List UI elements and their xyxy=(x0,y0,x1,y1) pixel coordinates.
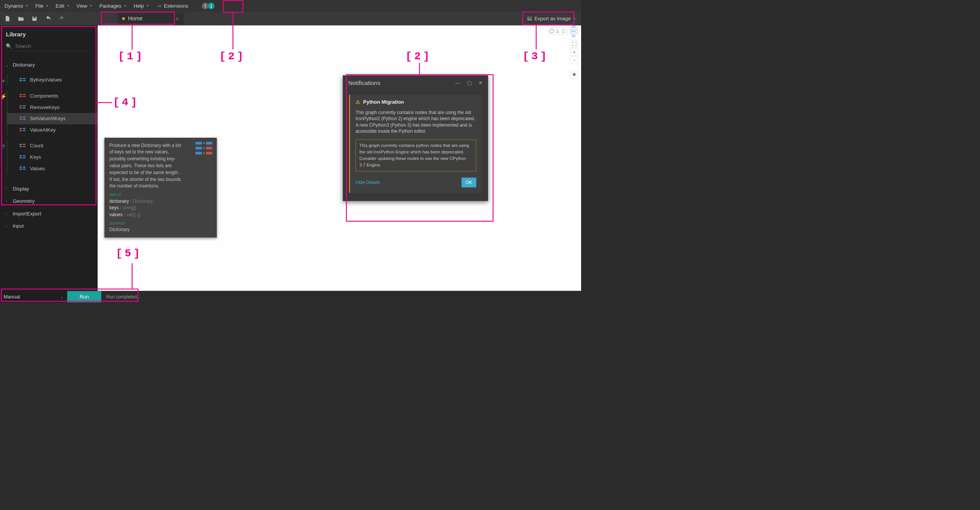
tooltip-description: Produce a new Dictionary with a list of … xyxy=(109,142,182,190)
node-icon xyxy=(20,166,26,171)
undo-icon[interactable] xyxy=(45,15,51,22)
notification-count: 1 xyxy=(208,3,215,10)
close-tab-button[interactable]: × xyxy=(175,15,179,22)
zoom-in-button[interactable]: ＋ xyxy=(570,48,578,56)
shapes-icon: ◯ xyxy=(549,28,554,33)
shapes-icon: ▢ xyxy=(561,28,566,33)
node-removekeys[interactable]: RemoveKeys xyxy=(7,102,97,113)
ok-button[interactable]: OK xyxy=(462,178,476,187)
action-group-icon: ⚡ xyxy=(0,93,7,99)
maximize-button[interactable]: ▢ xyxy=(467,80,472,86)
graph-canvas[interactable]: ◯ △ ▢ ▭—▭ ⛶ ＋ － ✥ Produce a new Dictiona… xyxy=(98,25,581,291)
tab-bar: Home × xyxy=(118,12,183,26)
library-search-input[interactable] xyxy=(15,43,91,49)
menu-edit[interactable]: Edit▼ xyxy=(56,3,70,9)
shapes-icon: △ xyxy=(555,28,560,33)
output-type: Dictionary xyxy=(109,226,212,233)
input-label: INPUT xyxy=(109,192,212,197)
image-icon xyxy=(527,16,532,21)
category-geometry[interactable]: ›Geometry xyxy=(0,195,97,207)
notifications-panel: Notifications — ▢ ✕ ⚠Python Migration Th… xyxy=(343,75,488,201)
notification-badge[interactable]: ! 1 xyxy=(202,3,214,10)
search-icon: 🔍 xyxy=(6,43,12,49)
menu-dynamo[interactable]: Dynamo▼ xyxy=(5,3,29,9)
node-setvalueatkeys[interactable]: SetValueAtKeys xyxy=(7,113,97,124)
node-keys[interactable]: Keys xyxy=(7,152,97,163)
new-file-icon[interactable] xyxy=(4,15,11,22)
category-input[interactable]: ›Input xyxy=(0,220,97,233)
run-bar: Manual⌄ Run Run completed. xyxy=(0,291,581,303)
node-components[interactable]: Components xyxy=(7,90,97,102)
close-button[interactable]: ✕ xyxy=(479,80,483,86)
zoom-out-button[interactable]: － xyxy=(570,56,578,64)
warning-icon: ⚠ xyxy=(356,99,360,105)
output-label: OUTPUT xyxy=(109,221,212,226)
menu-packages[interactable]: Packages▼ xyxy=(100,3,127,9)
minimize-button[interactable]: — xyxy=(455,80,460,86)
node-count[interactable]: Count xyxy=(7,140,97,152)
node-bykeysvalues[interactable]: ByKeysValues xyxy=(7,75,97,86)
toolbar: Home × Export as Image ▼ xyxy=(0,12,581,26)
query-group-icon: ? xyxy=(2,143,5,150)
hide-details-link[interactable]: Hide Details xyxy=(356,180,380,185)
category-display[interactable]: ›Display xyxy=(0,182,97,195)
node-tooltip: Produce a new Dictionary with a list of … xyxy=(105,138,217,238)
export-as-image-button[interactable]: Export as Image ▼ xyxy=(527,16,576,21)
notifications-title: Notifications xyxy=(348,80,381,86)
node-icon xyxy=(20,94,26,98)
notification-text: This graph currently contains nodes that… xyxy=(356,109,476,134)
node-icon xyxy=(20,78,26,82)
zoom-extents-button[interactable]: ⛶ xyxy=(570,40,578,47)
extensions-toggle[interactable]: ⇔ Extensions xyxy=(157,3,188,9)
library-panel: Library 🔍 ⌄Dictionary + ByKeysValues ⚡ xyxy=(0,25,98,291)
node-icon xyxy=(20,105,26,109)
node-valueatkey[interactable]: ValueAtKey xyxy=(7,124,97,136)
run-mode-dropdown[interactable]: Manual⌄ xyxy=(0,291,67,303)
node-icon xyxy=(20,144,26,148)
library-title: Library xyxy=(0,25,97,41)
category-dictionary[interactable]: ⌄Dictionary xyxy=(0,59,97,71)
create-group-icon: + xyxy=(2,78,5,84)
node-icon xyxy=(20,155,26,160)
menu-bar: Dynamo▼ File▼ Edit▼ View▼ Packages▼ Help… xyxy=(0,0,581,12)
node-icon xyxy=(20,128,26,132)
run-button[interactable]: Run xyxy=(67,291,101,303)
pan-button[interactable]: ✥ xyxy=(570,71,578,78)
menu-file[interactable]: File▼ xyxy=(35,3,49,9)
notification-card-title: Python Migration xyxy=(363,99,404,105)
view-mode-graph-toggle[interactable]: ▭—▭ xyxy=(570,27,578,34)
save-icon[interactable] xyxy=(31,15,38,22)
node-values[interactable]: Values xyxy=(7,163,97,174)
notification-detail: This graph currently contains python nod… xyxy=(356,140,476,171)
view-mode-3d-toggle[interactable]: ◯ △ ▢ xyxy=(547,27,567,34)
tab-home[interactable]: Home × xyxy=(118,13,183,24)
menu-view[interactable]: View▼ xyxy=(77,3,93,9)
unsaved-indicator-icon xyxy=(122,17,125,20)
redo-icon[interactable] xyxy=(59,15,65,22)
menu-help[interactable]: Help▼ xyxy=(134,3,149,9)
run-status: Run completed. xyxy=(101,294,138,300)
graph-icon: ▭—▭ xyxy=(572,28,577,33)
category-importexport[interactable]: ›ImportExport xyxy=(0,207,97,220)
open-folder-icon[interactable] xyxy=(18,15,24,22)
node-icon xyxy=(20,117,26,121)
tab-title: Home xyxy=(128,15,142,22)
